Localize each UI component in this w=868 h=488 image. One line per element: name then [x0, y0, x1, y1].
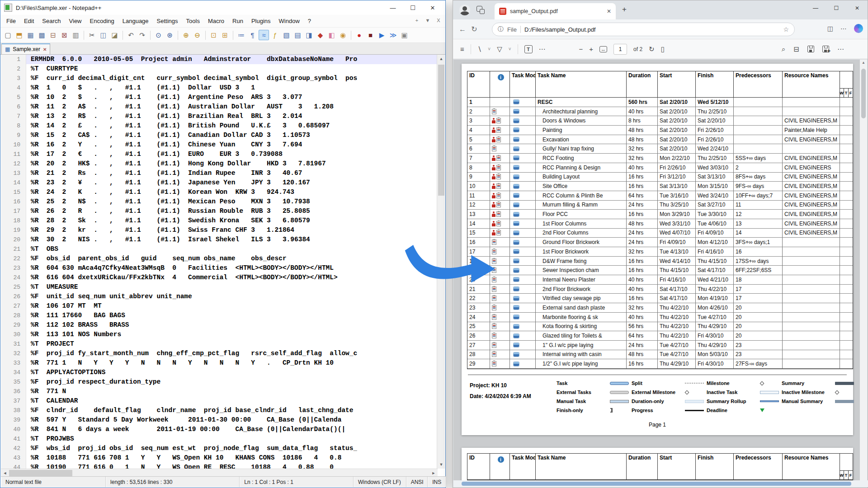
- edge-horizontal-scrollbar[interactable]: [453, 480, 868, 487]
- npp-vscroll-thumb[interactable]: [438, 65, 444, 196]
- page-view-icon[interactable]: ▯: [661, 45, 665, 53]
- highlight-icon[interactable]: ▽: [497, 45, 502, 53]
- menu-item-run[interactable]: Run: [228, 16, 247, 26]
- toolbar-icon[interactable]: ▦: [25, 30, 36, 40]
- settings-ellipsis-icon[interactable]: ⋯: [840, 25, 847, 32]
- zoom-in-icon[interactable]: +: [589, 45, 593, 53]
- add-text-icon[interactable]: T: [524, 45, 533, 53]
- toolbar-icon[interactable]: ¶: [247, 30, 258, 40]
- split-screen-icon[interactable]: ◫: [827, 25, 833, 32]
- npp-close-button[interactable]: ✕: [423, 0, 443, 15]
- toolbar-icon[interactable]: ≈: [259, 30, 269, 40]
- toolbar-icon[interactable]: ƒ: [270, 30, 280, 40]
- editor-line[interactable]: 25%T UMEASURE: [1, 282, 438, 292]
- editor-lines[interactable]: 1ERMHDR 6.0.0 2010-05-05 Project admin A…: [1, 55, 438, 469]
- new-tab-button[interactable]: +: [622, 5, 627, 14]
- toolbar-icon[interactable]: ▥: [71, 30, 81, 40]
- editor-line[interactable]: 17%R 26 2 R . , #1.1 (#1.1) Russian Roub…: [1, 206, 438, 216]
- draw-dropdown-icon[interactable]: ˅: [488, 47, 491, 52]
- address-bar[interactable]: ⓘ File D:/Files/sample_Output.pdf ☆: [492, 23, 795, 36]
- favorite-star-icon[interactable]: ☆: [783, 26, 789, 33]
- toolbar-icon[interactable]: ▩: [37, 30, 47, 40]
- toolbar-icon[interactable]: ▤: [292, 30, 303, 40]
- editor-line[interactable]: 15%R 24 2 K . , #1.1 (#1.1) Korean Won K…: [1, 188, 438, 197]
- menu-item-window[interactable]: Window: [275, 16, 304, 26]
- pdf-more-icon[interactable]: ⋯: [837, 45, 844, 53]
- edge-hscroll-thumb[interactable]: [462, 482, 851, 486]
- menu-item-plugins[interactable]: Plugins: [247, 16, 275, 26]
- tab-groups-icon[interactable]: [476, 6, 482, 12]
- toolbar-icon[interactable]: ⊞: [220, 30, 230, 40]
- editor-line[interactable]: 10%R 16 2 Y . , #1.1 (#1.1) Chinese Yuan…: [1, 140, 438, 150]
- editor-line[interactable]: 8%R 14 2 £ . , #1.1 (#1.1) British Pound…: [1, 121, 438, 131]
- toolbar-icon[interactable]: ✂: [87, 30, 97, 40]
- edge-active-tab[interactable]: sample_Output.pdf ✕: [495, 3, 616, 19]
- npp-minimize-button[interactable]: —: [383, 0, 403, 15]
- editor-line[interactable]: 38%F clndr_id default_flag clndr_name pr…: [1, 406, 438, 415]
- toolbar-icon[interactable]: ▣: [399, 30, 410, 40]
- editor-line[interactable]: 30%R 113 101 NOS Numbers: [1, 330, 438, 339]
- copilot-icon[interactable]: [854, 24, 863, 33]
- editor-line[interactable]: 27%R 106 107 MT MT: [1, 301, 438, 311]
- menu-item-macro[interactable]: Macro: [204, 16, 228, 26]
- rotate-icon[interactable]: ↻: [649, 45, 655, 53]
- editor-line[interactable]: 12%R 20 2 HK$ . , #1.1 (#1.1) Hong Kong …: [1, 159, 438, 169]
- info-icon[interactable]: ⓘ: [498, 25, 504, 33]
- menu-item-encoding[interactable]: Encoding: [86, 16, 118, 26]
- tabbar-control[interactable]: ▼: [425, 18, 431, 23]
- npp-tabbar-mini-controls[interactable]: +▼X: [414, 18, 442, 23]
- editor-line[interactable]: 33%R 771 1 N Y Y Y N N N Y N N N Y . CP_…: [1, 358, 438, 368]
- editor-line[interactable]: 44%R 10190 771 616 0 1 N Y WS_Open RE RE…: [1, 463, 438, 469]
- toolbar-icon[interactable]: ⊛: [165, 30, 175, 40]
- toolbar-icon[interactable]: ●: [354, 30, 364, 40]
- tabbar-control[interactable]: X: [435, 18, 442, 23]
- tabbar-control[interactable]: +: [414, 18, 420, 23]
- toolbar-icon[interactable]: ▢: [3, 30, 13, 40]
- editor-line[interactable]: 13%R 21 2 Rs . , #1.1 (#1.1) Indian Rupe…: [1, 169, 438, 178]
- editor-line[interactable]: 2%T CURRTYPE: [1, 64, 438, 74]
- editor-line[interactable]: 5%R 10 2 $ . , #1.1 (#1.1) Argentine Pes…: [1, 93, 438, 102]
- print-icon[interactable]: ⊟: [793, 45, 799, 53]
- back-icon[interactable]: ←: [457, 25, 468, 33]
- editor-line[interactable]: 24%R 616 604 dxetxURiCkau/FFx2kbTNx 4 Co…: [1, 273, 438, 282]
- menu-item-search[interactable]: Search: [38, 16, 65, 26]
- npp-horizontal-scrollbar[interactable]: ◄ ►: [1, 469, 438, 477]
- editor-line[interactable]: 9%R 15 2 CA$ . , #1.1 (#1.1) Canadian Do…: [1, 131, 438, 140]
- editor-line[interactable]: 35%F proj_id respect_duration_type: [1, 377, 438, 387]
- editor-line[interactable]: 31%T PROJECT: [1, 339, 438, 349]
- fit-width-icon[interactable]: ↔: [599, 46, 607, 52]
- editor-line[interactable]: 4%R 1 0 $ . , #1.1 (#1.1) Dollar USD 3 1: [1, 83, 438, 93]
- toolbar-icon[interactable]: ⊠: [59, 30, 70, 40]
- editor-line[interactable]: 42%F wbs_id proj_id obs_id seq_num est_w…: [1, 444, 438, 453]
- edge-close-button[interactable]: ✕: [847, 0, 868, 16]
- scroll-up-icon[interactable]: ▲: [437, 55, 445, 63]
- npp-document-tab[interactable]: ▦ Sample.xer ✕: [1, 43, 50, 54]
- toolbar-icon[interactable]: ■: [365, 30, 376, 40]
- editor-line[interactable]: 37%T CALENDAR: [1, 396, 438, 406]
- toolbar-icon[interactable]: ⊕: [181, 30, 191, 40]
- toolbar-icon[interactable]: ◧: [326, 30, 337, 40]
- toolbar-icon[interactable]: ◆: [315, 30, 326, 40]
- editor-line[interactable]: 39%R 597 Y Standard 5 Day Workweek 2011-…: [1, 415, 438, 425]
- menu-item-tools[interactable]: Tools: [182, 16, 204, 26]
- npp-titlebar[interactable]: D:\Files\Sample.xer - Notepad++ — ☐ ✕: [0, 0, 445, 15]
- highlight-dropdown-icon[interactable]: ˅: [509, 47, 511, 52]
- search-icon[interactable]: ⌕: [782, 45, 785, 53]
- draw-pen-icon[interactable]: ∖: [477, 45, 482, 53]
- toolbar-icon[interactable]: ↶: [126, 30, 136, 40]
- more-tools-icon[interactable]: ⋯: [539, 45, 546, 53]
- editor-line[interactable]: 14%R 23 2 ¥ . , #1.1 (#1.1) Japanese Yen…: [1, 178, 438, 188]
- scroll-down-icon[interactable]: ▼: [437, 460, 445, 469]
- edge-maximize-button[interactable]: ☐: [826, 0, 847, 16]
- editor-line[interactable]: 11%R 17 2 € . , #1.1 (#1.1) EURO EUR 3 0…: [1, 150, 438, 159]
- pdf-content-area[interactable]: ID i Task Mode Task Name Duration Start …: [453, 60, 860, 481]
- toolbar-icon[interactable]: ◨: [304, 30, 314, 40]
- toolbar-icon[interactable]: ▧: [281, 30, 292, 40]
- edge-scroll-up-icon[interactable]: ▲: [862, 61, 865, 65]
- menu-item-?[interactable]: ?: [304, 16, 315, 26]
- toolbar-icon[interactable]: ↷: [137, 30, 147, 40]
- npp-maximize-button[interactable]: ☐: [403, 0, 423, 15]
- editor-line[interactable]: 43%R 10188 771 616 708 1 Y Y WS_Open KH …: [1, 453, 438, 463]
- menu-item-file[interactable]: File: [2, 16, 20, 26]
- editor-line[interactable]: 20%R 30 2 NIS . , #1.1 (#1.1) Israel She…: [1, 235, 438, 244]
